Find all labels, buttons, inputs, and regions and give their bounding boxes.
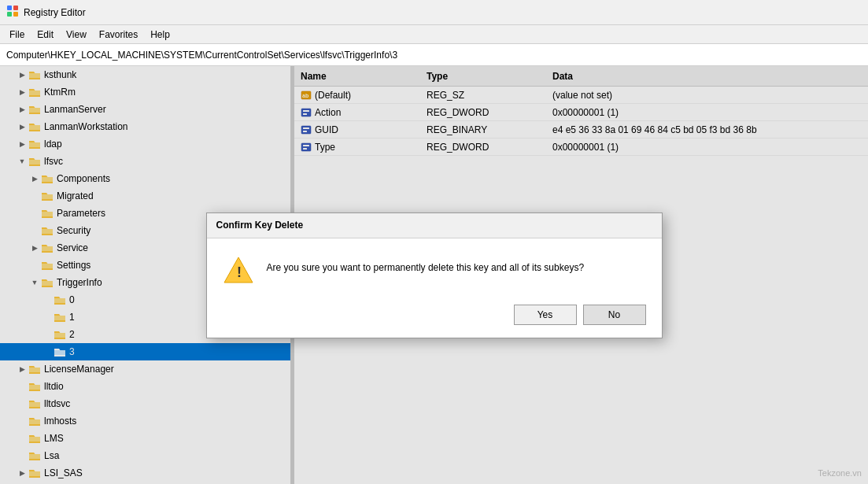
warning-icon: ! xyxy=(223,254,254,286)
menu-view[interactable]: View xyxy=(60,28,93,42)
menu-help[interactable]: Help xyxy=(144,28,176,42)
main-content: ksthunk KtmRm LanmanServer xyxy=(0,66,868,484)
svg-text:!: ! xyxy=(237,264,242,280)
title-text: Registry Editor xyxy=(24,7,86,18)
menu-edit[interactable]: Edit xyxy=(31,28,60,42)
dialog: Confirm Key Delete ! Are you sure you wa… xyxy=(206,212,663,338)
menu-bar: File Edit View Favorites Help xyxy=(0,25,868,44)
app-icon xyxy=(6,5,19,20)
title-bar: Registry Editor xyxy=(0,0,868,25)
address-path: Computer\HKEY_LOCAL_MACHINE\SYSTEM\Curre… xyxy=(6,50,397,61)
dialog-buttons: Yes No xyxy=(207,298,662,338)
svg-rect-1 xyxy=(13,6,18,10)
menu-file[interactable]: File xyxy=(3,28,31,42)
address-bar: Computer\HKEY_LOCAL_MACHINE\SYSTEM\Curre… xyxy=(0,44,868,66)
dialog-overlay: Confirm Key Delete ! Are you sure you wa… xyxy=(0,66,868,484)
dialog-content: ! Are you sure you want to permanently d… xyxy=(207,238,662,298)
menu-favorites[interactable]: Favorites xyxy=(93,28,144,42)
svg-rect-0 xyxy=(7,6,12,10)
svg-rect-2 xyxy=(7,12,12,17)
dialog-titlebar: Confirm Key Delete xyxy=(207,213,662,238)
dialog-no-button[interactable]: No xyxy=(583,305,646,325)
dialog-yes-button[interactable]: Yes xyxy=(514,305,577,325)
svg-rect-3 xyxy=(13,12,18,17)
dialog-message: Are you sure you want to permanently del… xyxy=(267,254,585,275)
dialog-title: Confirm Key Delete xyxy=(216,220,304,231)
